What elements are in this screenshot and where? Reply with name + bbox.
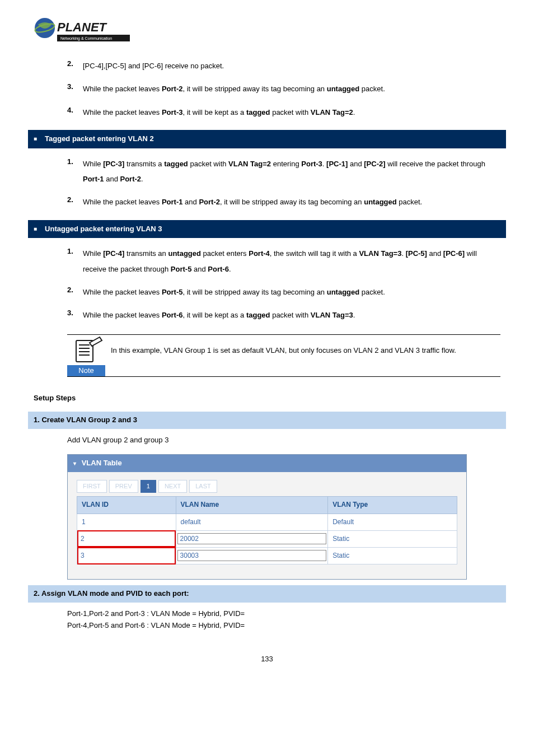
pager: FIRST PREV 1 NEXT LAST	[77, 480, 466, 493]
note-callout: Note In this example, VLAN Group 1 is se…	[67, 334, 500, 377]
col-vlan-type: VLAN Type	[328, 497, 457, 514]
table-row: 2 Static	[77, 530, 457, 547]
item-number: 4.	[67, 105, 83, 120]
step-2-body: Port-1,Port-2 and Port-3 : VLAN Mode = H…	[67, 608, 500, 632]
table-row: 1 default Default	[77, 514, 457, 530]
item-number: 3.	[67, 307, 83, 323]
section-title: Tagged packet entering VLAN 2	[45, 133, 154, 145]
pager-next-button[interactable]: NEXT	[158, 480, 187, 493]
item-number: 2.	[67, 194, 83, 209]
item-text: While [PC-3] transmits a tagged packet w…	[83, 156, 500, 187]
list-item: 3. While the packet leaves Port-6, it wi…	[67, 307, 500, 323]
item-number: 1.	[67, 246, 83, 277]
section-title: Untagged packet entering VLAN 3	[45, 223, 162, 235]
item-text: While [PC-4] transmits an untagged packe…	[83, 246, 500, 277]
cell-vlan-id-highlight: 2	[77, 530, 176, 547]
item-text: While the packet leaves Port-6, it will …	[83, 307, 500, 323]
list-item: 2. While the packet leaves Port-1 and Po…	[67, 194, 500, 209]
setup-steps-heading: Setup Steps	[34, 393, 500, 404]
step-2-title: 2. Assign VLAN mode and PVID to each por…	[28, 589, 189, 598]
col-vlan-name: VLAN Name	[176, 497, 328, 514]
cell-vlan-type: Static	[328, 547, 457, 564]
page-number: 133	[34, 654, 500, 665]
item-number: 1.	[67, 156, 83, 187]
pager-prev-button[interactable]: PREV	[109, 480, 138, 493]
vlan-table: VLAN ID VLAN Name VLAN Type 1 default De…	[77, 496, 457, 564]
item-number: 3.	[67, 81, 83, 96]
step-1-body: Add VLAN group 2 and group 3	[67, 435, 500, 446]
top-list: 2. [PC-4],[PC-5] and [PC-6] receive no p…	[34, 58, 500, 120]
item-text: While the packet leaves Port-1 and Port-…	[83, 194, 500, 209]
pager-page-current[interactable]: 1	[140, 480, 156, 493]
col-vlan-id: VLAN ID	[77, 497, 176, 514]
note-icon: Note	[67, 335, 105, 376]
pager-last-button[interactable]: LAST	[189, 480, 217, 493]
step-2-line1: Port-1,Port-2 and Port-3 : VLAN Mode = H…	[67, 608, 500, 620]
list-item: 2. [PC-4],[PC-5] and [PC-6] receive no p…	[67, 58, 500, 73]
section-untagged-list: 1. While [PC-4] transmits an untagged pa…	[34, 246, 500, 323]
cell-vlan-type: Default	[328, 514, 457, 530]
section-tagged-list: 1. While [PC-3] transmits a tagged packe…	[34, 156, 500, 210]
triangle-down-icon: ▾	[73, 460, 76, 466]
vlan-table-title-bar: ▾ VLAN Table	[68, 455, 466, 472]
item-number: 2.	[67, 58, 83, 73]
logo-tagline: Networking & Communication	[60, 36, 112, 41]
table-row: 3 Static	[77, 547, 457, 564]
cell-vlan-name-input	[176, 547, 328, 564]
list-item: 4. While the packet leaves Port-3, it wi…	[67, 105, 500, 120]
note-label: Note	[78, 366, 93, 375]
item-number: 2.	[67, 284, 83, 300]
note-text: In this example, VLAN Group 1 is set as …	[111, 335, 500, 366]
list-item: 1. While [PC-4] transmits an untagged pa…	[67, 246, 500, 277]
logo-text: PLANET	[57, 20, 107, 34]
step-1-bar: 1. Create VLAN Group 2 and 3	[28, 412, 506, 429]
list-item: 3. While the packet leaves Port-2, it wi…	[67, 81, 500, 96]
item-text: While the packet leaves Port-5, it will …	[83, 284, 500, 300]
step-2-line2: Port-4,Port-5 and Port-6 : VLAN Mode = H…	[67, 620, 500, 632]
cell-vlan-id: 1	[77, 514, 176, 530]
vlan-name-input[interactable]	[177, 533, 327, 544]
vlan-name-input[interactable]	[177, 550, 327, 561]
item-text: [PC-4],[PC-5] and [PC-6] receive no pack…	[83, 58, 500, 73]
pager-first-button[interactable]: FIRST	[77, 480, 107, 493]
square-bullet-icon: ■	[34, 225, 37, 234]
item-text: While the packet leaves Port-2, it will …	[83, 81, 500, 96]
vlan-table-title: VLAN Table	[82, 459, 122, 467]
cell-vlan-name: default	[176, 514, 328, 530]
section-header-tagged-vlan2: ■ Tagged packet entering VLAN 2	[28, 130, 506, 148]
brand-logo: PLANET Networking & Communication	[34, 17, 500, 48]
cell-vlan-type: Static	[328, 530, 457, 547]
step-2-bar: 2. Assign VLAN mode and PVID to each por…	[28, 585, 506, 603]
section-header-untagged-vlan3: ■ Untagged packet entering VLAN 3	[28, 220, 506, 239]
cell-vlan-id-highlight: 3	[77, 547, 176, 564]
cell-vlan-name-input	[176, 530, 328, 547]
square-bullet-icon: ■	[34, 134, 37, 143]
item-text: While the packet leaves Port-3, it will …	[83, 105, 500, 120]
list-item: 1. While [PC-3] transmits a tagged packe…	[67, 156, 500, 187]
step-1-title: 1. Create VLAN Group 2 and 3	[28, 416, 137, 424]
list-item: 2. While the packet leaves Port-5, it wi…	[67, 284, 500, 300]
vlan-table-panel: ▾ VLAN Table FIRST PREV 1 NEXT LAST VLAN…	[67, 454, 467, 580]
table-header-row: VLAN ID VLAN Name VLAN Type	[77, 497, 457, 514]
